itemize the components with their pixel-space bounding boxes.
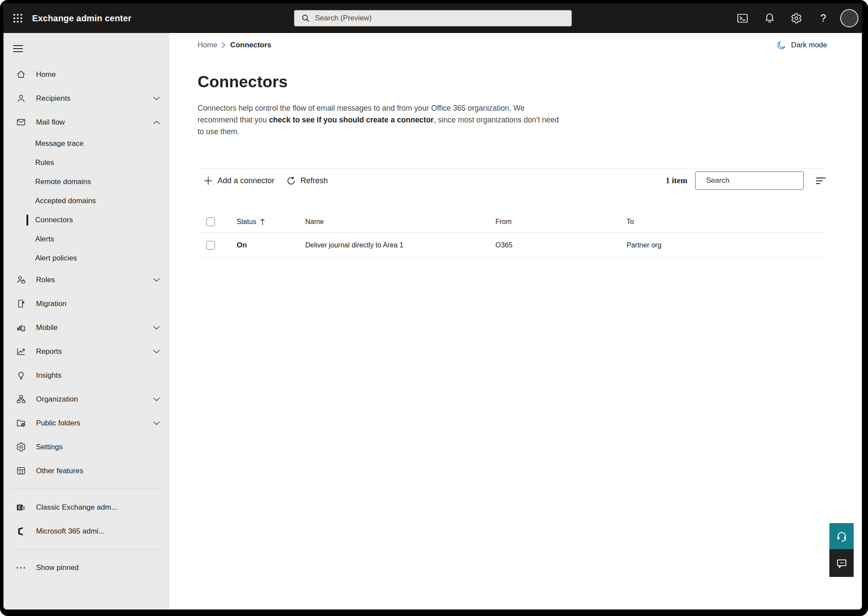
sidebar-item-settings[interactable]: Settings xyxy=(3,435,169,459)
migration-icon xyxy=(16,299,26,309)
sidebar-item-label: Roles xyxy=(36,276,55,284)
support-button[interactable] xyxy=(829,523,854,549)
content-divider xyxy=(198,168,827,168)
sidebar-item-insights[interactable]: Insights xyxy=(3,363,169,387)
sidebar-item-label: Mobile xyxy=(36,323,58,332)
sidebar-item-label: Message trace xyxy=(35,139,84,148)
help-button[interactable]: ? xyxy=(810,3,837,33)
hamburger-icon xyxy=(13,45,23,53)
topbar-actions: ? xyxy=(729,3,862,33)
chevron-down-icon xyxy=(153,421,160,425)
sidebar-item-message-trace[interactable]: Message trace xyxy=(3,134,169,153)
account-avatar[interactable] xyxy=(840,9,858,27)
sidebar-item-mail-flow[interactable]: Mail flow xyxy=(3,110,169,134)
sidebar-item-alerts[interactable]: Alerts xyxy=(3,230,169,249)
sidebar-item-rules[interactable]: Rules xyxy=(3,153,169,172)
sidebar-show-pinned[interactable]: Show pinned xyxy=(3,556,169,580)
exchange-admin-center-window: Exchange admin center xyxy=(3,3,862,609)
search-icon xyxy=(301,14,310,23)
description-link[interactable]: check to see if you should create a conn… xyxy=(269,115,433,124)
chevron-down-icon xyxy=(153,96,160,100)
feedback-button[interactable] xyxy=(829,549,854,577)
page-header-row: Home Connectors Dark mode xyxy=(198,39,827,51)
refresh-icon xyxy=(287,176,296,185)
column-header-to[interactable]: To xyxy=(614,218,827,226)
sidebar-link-m365-admin[interactable]: Microsoft 365 admi... xyxy=(3,519,169,543)
column-header-status[interactable]: Status xyxy=(224,218,293,226)
row-checkbox-cell xyxy=(198,241,224,250)
collapse-nav-button[interactable] xyxy=(13,40,32,57)
sidebar-link-classic-exchange[interactable]: Classic Exchange adm... xyxy=(3,495,169,519)
moon-icon xyxy=(776,40,786,50)
selected-indicator xyxy=(26,214,28,226)
table-row[interactable]: On Deliver journal directly to Area 1 O3… xyxy=(198,233,827,258)
microsoft-365-icon xyxy=(16,526,26,537)
row-checkbox[interactable] xyxy=(206,241,215,250)
sidebar-item-accepted-domains[interactable]: Accepted domains xyxy=(3,191,169,211)
breadcrumb-home-link[interactable]: Home xyxy=(198,41,217,49)
headset-icon xyxy=(836,530,848,542)
table-header-row: Status Name From To xyxy=(198,211,827,233)
sidebar-item-connectors-selected[interactable]: Connectors xyxy=(3,211,169,230)
sidebar-item-roles[interactable]: Roles xyxy=(3,268,169,292)
list-search-box[interactable] xyxy=(695,171,804,190)
select-all-checkbox[interactable] xyxy=(206,217,215,226)
column-header-label: To xyxy=(627,218,634,226)
sidebar-item-home[interactable]: Home xyxy=(3,63,169,86)
sidebar-item-label: Other features xyxy=(36,467,83,475)
sidebar-item-migration[interactable]: Migration xyxy=(3,292,169,316)
refresh-button[interactable]: Refresh xyxy=(287,176,328,185)
sidebar-item-other-features[interactable]: Other features xyxy=(3,459,169,483)
settings-button[interactable] xyxy=(783,3,810,33)
filter-button[interactable] xyxy=(814,174,827,187)
lightbulb-icon xyxy=(16,370,26,381)
global-search-box[interactable] xyxy=(294,10,572,26)
sidebar-item-label: Microsoft 365 admi... xyxy=(36,527,105,536)
sidebar-item-recipients[interactable]: Recipients xyxy=(3,86,169,110)
app-launcher-button[interactable] xyxy=(3,3,32,33)
classic-exchange-icon xyxy=(16,502,26,513)
main-content: Home Connectors Dark mode Connectors Con… xyxy=(169,33,862,609)
sidebar-item-mobile[interactable]: Mobile xyxy=(3,316,169,339)
notifications-button[interactable] xyxy=(756,3,783,33)
more-icon xyxy=(16,563,26,573)
sidebar-item-label: Rules xyxy=(35,158,54,167)
page-description: Connectors help control the flow of emai… xyxy=(198,102,566,138)
breadcrumb-current: Connectors xyxy=(230,41,271,49)
sidebar-item-label: Recipients xyxy=(36,94,70,103)
chevron-down-icon xyxy=(153,397,160,401)
column-header-from[interactable]: From xyxy=(483,218,614,226)
folder-globe-icon xyxy=(16,418,26,428)
sidebar-item-public-folders[interactable]: Public folders xyxy=(3,411,169,435)
sidebar-item-remote-domains[interactable]: Remote domains xyxy=(3,172,169,191)
sidebar-item-label: Organization xyxy=(36,395,78,404)
plus-icon xyxy=(204,176,213,185)
chevron-down-icon xyxy=(153,278,160,282)
person-icon xyxy=(16,93,26,104)
help-icon: ? xyxy=(820,12,826,24)
filter-lines-icon xyxy=(815,177,826,184)
refresh-label: Refresh xyxy=(300,176,328,185)
bell-icon xyxy=(764,13,775,24)
sidebar-item-label: Alert policies xyxy=(35,254,77,263)
add-connector-label: Add a connector xyxy=(218,176,274,185)
page-title: Connectors xyxy=(198,73,827,91)
powershell-button[interactable] xyxy=(729,3,756,33)
sidebar-item-reports[interactable]: Reports xyxy=(3,339,169,363)
item-count: 1 item xyxy=(666,176,687,185)
dark-mode-label: Dark mode xyxy=(791,41,827,49)
nav-items: Home Recipients Mail flow xyxy=(3,63,169,483)
sidebar-item-alert-policies[interactable]: Alert policies xyxy=(3,249,169,268)
dark-mode-toggle[interactable]: Dark mode xyxy=(776,40,827,50)
gear-icon xyxy=(16,442,26,452)
row-to: Partner org xyxy=(614,241,827,249)
column-header-name[interactable]: Name xyxy=(293,218,483,226)
sort-ascending-icon xyxy=(260,218,265,225)
sidebar-item-organization[interactable]: Organization xyxy=(3,387,169,411)
app-body: Home Recipients Mail flow xyxy=(3,33,862,609)
add-connector-button[interactable]: Add a connector xyxy=(204,176,274,185)
header-checkbox-cell xyxy=(198,217,224,226)
breadcrumb-chevron-icon xyxy=(221,42,226,48)
list-search-input[interactable] xyxy=(706,176,802,185)
global-search-input[interactable] xyxy=(315,14,564,23)
